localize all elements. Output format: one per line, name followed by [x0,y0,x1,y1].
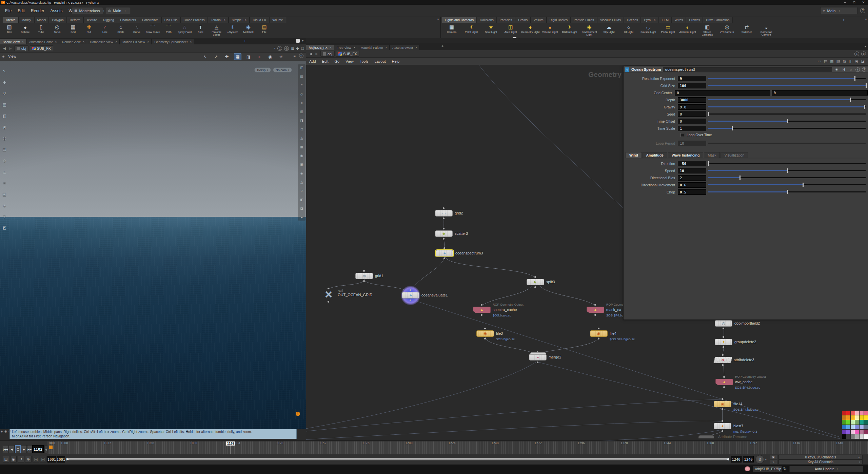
chevron-down-icon[interactable]: ▾ [865,45,866,48]
parameter-slider[interactable] [708,141,866,145]
shelf-tool[interactable]: ▭ Portal Light [658,23,678,38]
forward-icon[interactable]: ▶ [314,52,319,56]
node-body[interactable]: ◉ [476,330,494,337]
output-connector[interactable] [328,301,329,303]
output-connector[interactable] [723,328,724,329]
viewport-tool-icon[interactable]: ◨ [245,53,252,60]
range-handle-right[interactable]: ◀ [726,457,729,461]
playback-button[interactable]: ▶ [21,445,27,453]
shelf-tool[interactable]: ◫ Area Light [501,23,520,38]
network-toolbar-icon[interactable]: ▭ [818,59,821,63]
node-body[interactable]: » [529,354,547,360]
parameter-tab[interactable]: Wind [626,152,642,158]
range-handle-left[interactable]: ▶ [66,457,69,461]
color-swatch[interactable] [864,420,868,425]
viewport-tool-icon[interactable]: ↗ [212,53,220,60]
playback-button[interactable]: |◀◀ [3,445,8,453]
snap-icon[interactable]: ◈ [1,430,3,433]
node-body[interactable]: ▲ [715,379,733,385]
shelf-tool[interactable]: ◐ Ambient Light [678,23,697,38]
viewport-side-tool-icon[interactable]: ▽ [1,214,8,219]
color-swatch[interactable] [860,420,864,425]
parameter-value-field[interactable]: -50 [678,161,706,166]
shelf-tool[interactable]: ● Volume Light [540,23,560,38]
parameter-slider[interactable] [708,119,866,123]
radial-menu-selector[interactable]: ✳ Main ↕ [820,7,857,14]
color-swatch[interactable] [846,420,850,425]
timeline-ruler[interactable]: 1001100810321056108011041128115211761200… [47,441,868,454]
channel-wave-icon[interactable]: ∿ [770,460,777,464]
shelf-tab[interactable]: Oceans [624,17,641,23]
help-button[interactable]: ? [860,8,865,13]
help-icon[interactable]: ? [299,54,303,58]
slider-handle[interactable] [787,190,788,194]
parameter-value-field[interactable]: 10 [678,168,706,173]
viewport-tool-icon[interactable]: ↖ [201,53,209,60]
node-body[interactable]: ► [527,279,544,285]
color-swatch[interactable] [864,411,868,415]
timeline-option-icon[interactable]: ◉ [10,456,17,462]
shelf-tab[interactable]: Drive Simulation [703,17,732,23]
node-body[interactable]: ◎ [715,320,732,327]
color-swatch[interactable] [855,434,859,439]
close-button[interactable]: ✕ [859,0,868,5]
target-icon[interactable]: ◎ [12,430,15,433]
network-menu-item[interactable]: Tools [357,59,372,63]
add-shelf-tab-button[interactable]: + [840,17,847,22]
menu-item[interactable]: Render [28,7,46,14]
shelf-tool[interactable]: ◉ Environment Light [579,23,599,38]
node-body[interactable]: ◉ [590,330,608,337]
display-option-icon[interactable]: ○ [298,101,305,105]
parameter-tab[interactable]: Amplitude [643,152,667,158]
shelf-tool[interactable]: ▤ File [256,23,272,38]
input-connector[interactable] [363,270,365,272]
snapshot-icon[interactable]: ▣ [770,455,777,459]
timeline-option-icon[interactable]: ⊕ [25,456,32,462]
shelf-tab[interactable]: Texture [83,17,100,23]
display-option-icon[interactable]: ▦ [298,145,305,149]
close-icon[interactable]: ✕ [353,46,356,49]
color-swatch[interactable] [842,420,846,425]
view-menu[interactable]: View [8,54,16,58]
shelf-tool[interactable]: ⇄ Switcher [737,23,756,38]
output-connector[interactable] [443,238,445,240]
slider-handle[interactable] [708,112,709,116]
sphere-icon[interactable]: ◆ [296,46,299,50]
output-connector[interactable] [443,218,445,219]
parameter-slider[interactable] [708,98,866,102]
node-body[interactable]: ▲ [473,307,491,313]
viewport-side-tool-icon[interactable]: ◇ [1,158,8,163]
slider-handle[interactable] [864,105,865,109]
parameter-value-field[interactable]: 0 [678,119,706,124]
parameter-value-field[interactable]: 1 [678,126,706,131]
swatch-icon[interactable]: ▢ [301,46,304,50]
parameter-slider[interactable] [708,168,866,173]
timeline-option-icon[interactable]: ▤ [3,456,9,462]
shelf-tool[interactable]: ✚ Null [81,23,97,38]
color-swatch[interactable] [864,430,868,434]
shelf-tab[interactable]: Pyro FX [641,17,658,23]
desktop-selector[interactable]: ▦ Masterclass ↕ [72,7,103,14]
operator-icon[interactable]: H [841,68,846,71]
shelf-tab[interactable]: Simple FX [229,17,250,23]
viewport-side-tool-icon[interactable]: ≡ [1,180,8,186]
viewport-side-tool-icon[interactable]: ✚ [1,80,8,85]
color-swatch[interactable] [851,411,855,415]
parameter-value-field[interactable]: 0.6 [678,182,706,188]
parameter-value-field[interactable]: 2 [678,175,706,181]
shelf-tab[interactable]: Wires [672,17,686,23]
network-toolbar-icon[interactable]: ▨ [843,59,846,63]
output-connector[interactable] [410,300,411,301]
shelf-tool[interactable]: ◎ Torus [49,23,65,38]
slider-handle[interactable] [787,119,788,123]
color-swatch[interactable] [851,434,855,439]
output-connector[interactable] [598,338,599,339]
network-toolbar-icon[interactable]: ◫ [849,59,852,63]
network-canvas[interactable]: Geometry [306,65,868,440]
playhead[interactable]: 1102 [226,441,235,446]
close-icon[interactable]: ✕ [82,40,85,43]
color-swatch[interactable] [860,415,864,420]
output-connector[interactable] [363,280,365,282]
color-swatch[interactable] [860,430,864,434]
output-connector[interactable] [722,364,724,366]
